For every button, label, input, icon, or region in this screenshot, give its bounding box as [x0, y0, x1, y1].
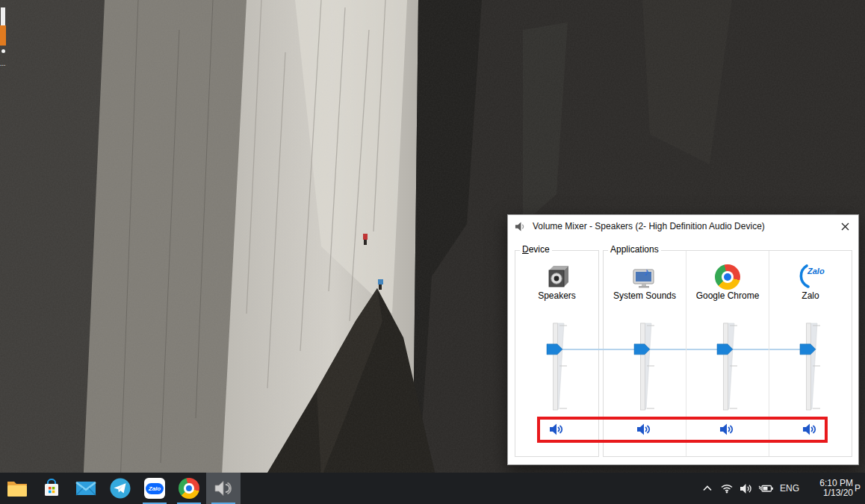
file-explorer-icon: [6, 479, 28, 498]
taskbar-zalo-button[interactable]: Zalo: [137, 473, 172, 504]
close-button[interactable]: [831, 215, 858, 237]
cropped-edge-text-artifact: P: [855, 483, 865, 494]
microsoft-store-icon: [41, 478, 62, 499]
tray-date: 1/13/20: [805, 488, 853, 498]
taskbar-mail-button[interactable]: [69, 473, 103, 504]
channel-name: Zalo: [769, 290, 852, 301]
device-groupbox: Device Speakers: [515, 250, 599, 457]
chrome-icon: [713, 262, 742, 292]
zalo-icon: Zalo: [796, 262, 825, 292]
mute-button-zalo[interactable]: [797, 420, 824, 439]
channel-name: Speakers: [515, 290, 598, 301]
channel-google-chrome: Google Chrome: [686, 251, 769, 456]
system-tray: ENG 6:10 PM 1/13/20 P: [698, 473, 865, 504]
taskbar-volume-mixer-button[interactable]: [206, 473, 241, 504]
shortcut-icon-fragment-orange: [0, 25, 6, 46]
volume-mixer-app-icon: [213, 479, 234, 498]
volume-slider-zalo[interactable]: [794, 318, 827, 415]
speakers-device-icon: [542, 262, 572, 292]
channel-speakers: Speakers: [515, 251, 598, 456]
mute-button-speakers[interactable]: [544, 420, 571, 439]
volume-mixer-titlebar-icon: [515, 221, 526, 232]
windows-desktop: ... Volume Mixer - Speakers (2- High Def…: [0, 0, 865, 504]
titlebar[interactable]: Volume Mixer - Speakers (2- High Definit…: [508, 215, 858, 237]
tray-clock[interactable]: 6:10 PM 1/13/20: [805, 479, 853, 498]
tray-language-indicator[interactable]: ENG: [780, 483, 799, 494]
channel-name: System Sounds: [604, 290, 686, 301]
tray-battery-icon[interactable]: [756, 483, 775, 494]
taskbar-telegram-button[interactable]: [103, 473, 137, 504]
taskbar-microsoft-store-button[interactable]: [34, 473, 69, 504]
tray-wifi-icon[interactable]: [717, 483, 737, 494]
window-title: Volume Mixer - Speakers (2- High Definit…: [533, 221, 765, 231]
shortcut-label-fragment: ...: [0, 63, 7, 65]
channel-system-sounds: ♪ System Sounds: [604, 251, 686, 456]
shortcut-icon-fragment-top: [1, 7, 5, 25]
volume-slider-system-sounds[interactable]: [628, 318, 661, 415]
volume-slider-chrome[interactable]: [711, 318, 744, 415]
desktop-shortcut-partial-icon[interactable]: ...: [0, 6, 7, 69]
volume-slider-speakers[interactable]: [541, 318, 574, 415]
shortcut-icon-fragment-dot: [1, 49, 5, 53]
taskbar-apps: Zalo: [0, 473, 241, 504]
taskbar-file-explorer-button[interactable]: [0, 473, 34, 504]
tray-chevron-up-icon[interactable]: [698, 484, 717, 493]
zalo-app-icon: Zalo: [144, 478, 165, 499]
system-sounds-icon: ♪: [630, 262, 660, 292]
volume-mixer-window: Volume Mixer - Speakers (2- High Definit…: [507, 214, 859, 465]
applications-groupbox: Applications ♪ System Sounds: [603, 250, 852, 457]
taskbar-chrome-button[interactable]: [172, 473, 206, 504]
telegram-icon: [109, 477, 131, 500]
channel-name: Google Chrome: [686, 290, 769, 301]
chrome-app-icon: [179, 478, 199, 499]
mute-button-chrome[interactable]: [714, 420, 741, 439]
svg-text:Zalo: Zalo: [807, 267, 825, 276]
channel-zalo: Zalo Zalo: [769, 251, 852, 456]
taskbar: Zalo: [0, 473, 865, 504]
svg-text:♪: ♪: [644, 265, 650, 278]
mute-button-system-sounds[interactable]: [631, 420, 658, 439]
tray-volume-icon[interactable]: [737, 483, 756, 494]
mail-icon: [75, 479, 97, 497]
